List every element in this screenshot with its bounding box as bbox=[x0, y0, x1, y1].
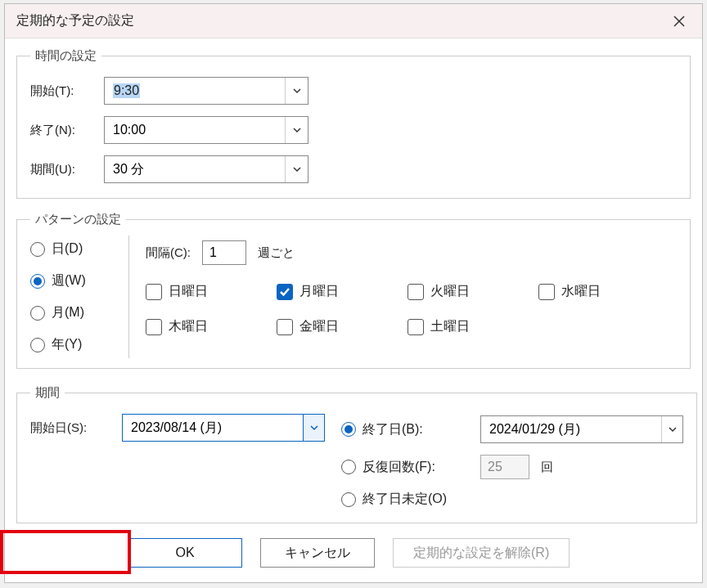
chevron-down-icon[interactable] bbox=[303, 415, 324, 441]
unit-day-radio[interactable]: 日(D) bbox=[30, 240, 119, 258]
checkbox-icon bbox=[408, 319, 424, 335]
cancel-button[interactable]: キャンセル bbox=[260, 538, 375, 568]
recurrence-dialog: 定期的な予定の設定 時間の設定 開始(T): 9:30 終了(N): 期間(U)… bbox=[4, 3, 703, 583]
chevron-down-icon[interactable] bbox=[285, 156, 308, 182]
weekday-fri-checkbox[interactable]: 金曜日 bbox=[277, 318, 408, 335]
range-fieldset: 期間 開始日(S): 終了日(B): 反復回数(F): bbox=[16, 385, 697, 523]
interval-input[interactable] bbox=[202, 240, 246, 265]
checkbox-icon bbox=[146, 284, 162, 300]
duration-label: 期間(U): bbox=[30, 162, 104, 177]
weekday-wed-checkbox[interactable]: 水曜日 bbox=[538, 283, 669, 300]
weekday-label: 水曜日 bbox=[561, 283, 601, 300]
checkbox-icon bbox=[277, 284, 293, 300]
chevron-down-icon[interactable] bbox=[661, 416, 682, 442]
end-after-radio[interactable]: 反復回数(F): bbox=[341, 459, 469, 476]
start-time-label: 開始(T): bbox=[30, 83, 104, 99]
interval-suffix: 週ごと bbox=[258, 245, 295, 261]
weekday-label: 火曜日 bbox=[430, 283, 470, 300]
no-end-radio[interactable]: 終了日未定(O) bbox=[341, 491, 469, 508]
weekday-tue-checkbox[interactable]: 火曜日 bbox=[408, 283, 538, 300]
checkbox-icon bbox=[146, 319, 162, 335]
remove-recurrence-button: 定期的な設定を解除(R) bbox=[393, 538, 570, 568]
close-button[interactable] bbox=[668, 10, 691, 33]
close-icon bbox=[673, 15, 686, 28]
time-legend: 時間の設定 bbox=[30, 48, 101, 64]
start-time-value: 9:30 bbox=[105, 78, 285, 104]
checkbox-icon bbox=[538, 284, 555, 300]
dialog-buttons: OK キャンセル 定期的な設定を解除(R) bbox=[5, 527, 702, 582]
range-legend: 期間 bbox=[30, 385, 65, 401]
weekday-label: 月曜日 bbox=[299, 283, 339, 300]
end-time-combo[interactable] bbox=[104, 116, 308, 144]
interval-label: 間隔(C): bbox=[146, 245, 191, 261]
chevron-down-icon[interactable] bbox=[285, 117, 308, 143]
checkbox-icon bbox=[408, 284, 424, 300]
chevron-down-icon[interactable] bbox=[285, 78, 308, 104]
weekday-checkboxes: 日曜日月曜日火曜日水曜日木曜日金曜日土曜日 bbox=[146, 283, 677, 335]
tutorial-highlight bbox=[0, 530, 131, 574]
dialog-title: 定期的な予定の設定 bbox=[16, 12, 668, 29]
end-time-value[interactable] bbox=[105, 117, 285, 143]
end-by-radio[interactable]: 終了日(B): bbox=[341, 421, 469, 438]
unit-month-radio[interactable]: 月(M) bbox=[30, 304, 119, 321]
checkbox-icon bbox=[277, 319, 293, 335]
weekday-label: 土曜日 bbox=[430, 318, 470, 335]
time-fieldset: 時間の設定 開始(T): 9:30 終了(N): 期間(U): bbox=[16, 48, 691, 199]
end-after-suffix: 回 bbox=[541, 460, 553, 475]
unit-year-radio[interactable]: 年(Y) bbox=[30, 336, 119, 353]
titlebar: 定期的な予定の設定 bbox=[5, 4, 702, 38]
pattern-fieldset: パターンの設定 日(D) 週(W) 月(M) 年(Y) 間隔(C): 週ごと 日… bbox=[16, 212, 691, 369]
ok-button[interactable]: OK bbox=[128, 538, 242, 568]
recurrence-unit-radios: 日(D) 週(W) 月(M) 年(Y) bbox=[30, 240, 128, 353]
end-by-date-combo[interactable] bbox=[480, 415, 683, 443]
weekday-label: 木曜日 bbox=[169, 318, 208, 335]
duration-combo[interactable] bbox=[104, 155, 308, 183]
weekday-sat-checkbox[interactable]: 土曜日 bbox=[408, 318, 538, 335]
end-by-date-value[interactable] bbox=[481, 416, 661, 442]
weekday-label: 金曜日 bbox=[299, 318, 339, 335]
range-start-combo[interactable] bbox=[122, 414, 325, 442]
weekday-sun-checkbox[interactable]: 日曜日 bbox=[146, 283, 277, 300]
end-time-label: 終了(N): bbox=[30, 123, 104, 138]
range-start-value[interactable] bbox=[123, 415, 303, 441]
end-after-count-input[interactable] bbox=[480, 455, 529, 479]
pattern-legend: パターンの設定 bbox=[30, 212, 126, 227]
duration-value[interactable] bbox=[105, 156, 285, 182]
unit-week-radio[interactable]: 週(W) bbox=[30, 272, 119, 290]
start-time-combo[interactable]: 9:30 bbox=[104, 77, 308, 105]
weekday-thu-checkbox[interactable]: 木曜日 bbox=[146, 318, 277, 335]
weekday-label: 日曜日 bbox=[169, 283, 208, 300]
range-start-label: 開始日(S): bbox=[30, 420, 112, 436]
weekday-mon-checkbox[interactable]: 月曜日 bbox=[277, 283, 408, 300]
